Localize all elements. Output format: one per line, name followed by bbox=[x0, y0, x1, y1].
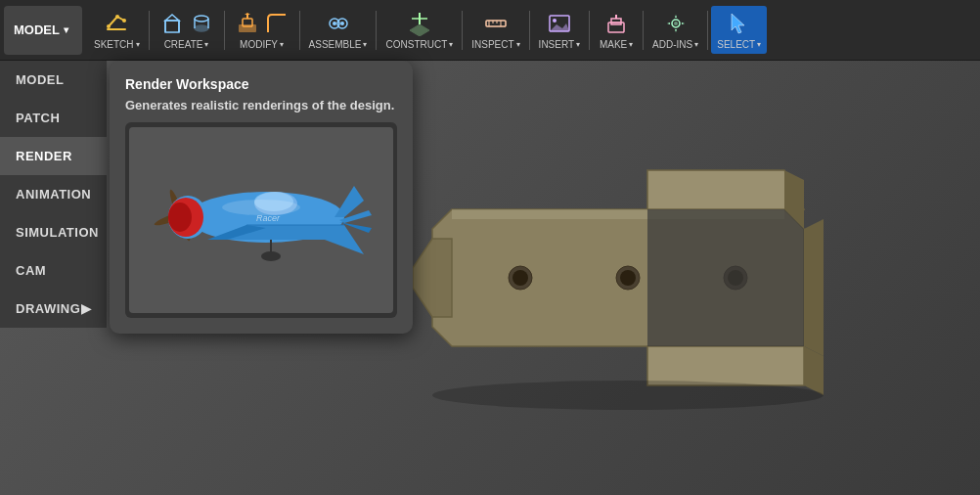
svg-rect-34 bbox=[611, 19, 621, 24]
svg-marker-17 bbox=[245, 13, 250, 15]
sketch-label: SKETCH ▾ bbox=[94, 39, 140, 50]
model-label: MODEL bbox=[14, 22, 60, 37]
inspect-measure-icon bbox=[482, 10, 510, 37]
sep-7 bbox=[589, 11, 590, 50]
make-group[interactable]: MAKE ▾ bbox=[593, 6, 640, 54]
modify-fillet-icon bbox=[263, 10, 290, 37]
svg-point-76 bbox=[222, 200, 300, 215]
assemble-group[interactable]: ASSEMBLE ▾ bbox=[303, 6, 374, 54]
menu-item-drawing[interactable]: DRAWING ▶ bbox=[0, 290, 107, 328]
construct-group[interactable]: CONSTRUCT ▾ bbox=[379, 6, 459, 54]
inspect-group[interactable]: INSPECT ▾ bbox=[466, 6, 525, 54]
svg-point-46 bbox=[512, 270, 528, 286]
tooltip-description: Generates realistic renderings of the de… bbox=[125, 98, 397, 112]
sketch-icons bbox=[103, 10, 130, 37]
insert-image-icon bbox=[546, 10, 573, 37]
svg-marker-7 bbox=[165, 15, 179, 21]
sep-4 bbox=[376, 11, 377, 50]
menu-item-render[interactable]: RENDER bbox=[0, 137, 107, 175]
create-label: CREATE ▾ bbox=[164, 39, 209, 50]
sep-6 bbox=[529, 11, 530, 50]
sep-5 bbox=[462, 11, 463, 50]
construct-plane-icon bbox=[406, 10, 433, 37]
svg-rect-14 bbox=[239, 24, 256, 32]
sep-1 bbox=[149, 11, 150, 50]
workspace-dropdown-menu: MODEL PATCH RENDER ANIMATION SIMULATION … bbox=[0, 61, 108, 328]
svg-marker-41 bbox=[647, 170, 804, 209]
make-label: MAKE ▾ bbox=[600, 39, 633, 50]
sketch-group[interactable]: SKETCH ▾ bbox=[88, 6, 146, 54]
assemble-label: ASSEMBLE ▾ bbox=[309, 39, 368, 50]
drawing-submenu-arrow-icon: ▶ bbox=[81, 301, 92, 316]
menu-item-cam[interactable]: CAM bbox=[0, 251, 107, 290]
sep-2 bbox=[224, 11, 225, 50]
sep-9 bbox=[707, 11, 708, 50]
modify-group[interactable]: MODIFY ▾ bbox=[228, 6, 296, 54]
svg-marker-53 bbox=[804, 219, 824, 356]
insert-group[interactable]: INSERT ▾ bbox=[533, 6, 587, 54]
svg-point-31 bbox=[553, 19, 557, 22]
modify-press-icon bbox=[234, 10, 261, 37]
model-chevron-icon: ▾ bbox=[64, 24, 68, 35]
select-label: SELECT ▾ bbox=[717, 39, 761, 50]
svg-point-13 bbox=[195, 25, 208, 31]
create-cylinder-icon bbox=[188, 10, 215, 37]
construct-label: CONSTRUCT ▾ bbox=[385, 39, 453, 50]
select-group[interactable]: SELECT ▾ bbox=[711, 6, 767, 54]
svg-point-5 bbox=[122, 19, 126, 22]
svg-line-1 bbox=[109, 17, 117, 26]
addins-group[interactable]: ADD-INS ▾ bbox=[646, 6, 704, 54]
svg-point-48 bbox=[620, 270, 636, 286]
svg-point-10 bbox=[195, 16, 208, 22]
create-group[interactable]: CREATE ▾ bbox=[153, 6, 221, 54]
caliper-model-svg bbox=[374, 92, 921, 464]
svg-rect-6 bbox=[165, 21, 179, 32]
menu-item-simulation[interactable]: SIMULATION bbox=[0, 213, 107, 251]
svg-point-3 bbox=[107, 24, 111, 28]
svg-point-4 bbox=[115, 15, 119, 19]
sketch-line-icon bbox=[103, 10, 130, 37]
svg-rect-0 bbox=[107, 28, 126, 30]
assemble-joint-icon bbox=[325, 10, 352, 37]
menu-item-patch[interactable]: PATCH bbox=[0, 99, 107, 137]
addins-label: ADD-INS ▾ bbox=[652, 39, 698, 50]
svg-marker-42 bbox=[647, 346, 804, 385]
svg-point-75 bbox=[261, 251, 281, 261]
make-3dprint-icon bbox=[602, 10, 630, 37]
tooltip-title: Render Workspace bbox=[125, 76, 397, 92]
main-toolbar: MODEL ▾ SKETCH ▾ bbox=[0, 0, 980, 61]
render-tooltip-popup: Render Workspace Generates realistic ren… bbox=[110, 61, 413, 334]
inspect-label: INSPECT ▾ bbox=[471, 39, 519, 50]
menu-item-animation[interactable]: ANIMATION bbox=[0, 175, 107, 213]
svg-point-55 bbox=[432, 381, 824, 410]
insert-label: INSERT ▾ bbox=[539, 39, 581, 50]
menu-item-model[interactable]: MODEL bbox=[0, 61, 107, 99]
select-cursor-icon bbox=[726, 10, 753, 37]
sep-3 bbox=[299, 11, 300, 50]
tooltip-preview-image: Racer bbox=[125, 122, 397, 318]
modify-label: MODIFY ▾ bbox=[240, 39, 284, 50]
main-area: MODEL PATCH RENDER ANIMATION SIMULATION … bbox=[0, 61, 980, 495]
svg-rect-51 bbox=[647, 209, 804, 346]
svg-point-38 bbox=[674, 22, 678, 25]
svg-marker-22 bbox=[410, 24, 429, 36]
create-box-icon bbox=[158, 10, 186, 37]
model-workspace-button[interactable]: MODEL ▾ bbox=[4, 6, 82, 55]
svg-marker-39 bbox=[732, 14, 744, 33]
svg-point-21 bbox=[340, 22, 344, 25]
svg-marker-43 bbox=[413, 239, 452, 317]
svg-point-20 bbox=[333, 22, 336, 25]
sep-8 bbox=[643, 11, 644, 50]
svg-marker-32 bbox=[550, 23, 569, 31]
addins-gear-icon bbox=[662, 10, 690, 37]
airplane-illustration: Racer bbox=[129, 127, 393, 313]
svg-point-64 bbox=[168, 202, 192, 232]
